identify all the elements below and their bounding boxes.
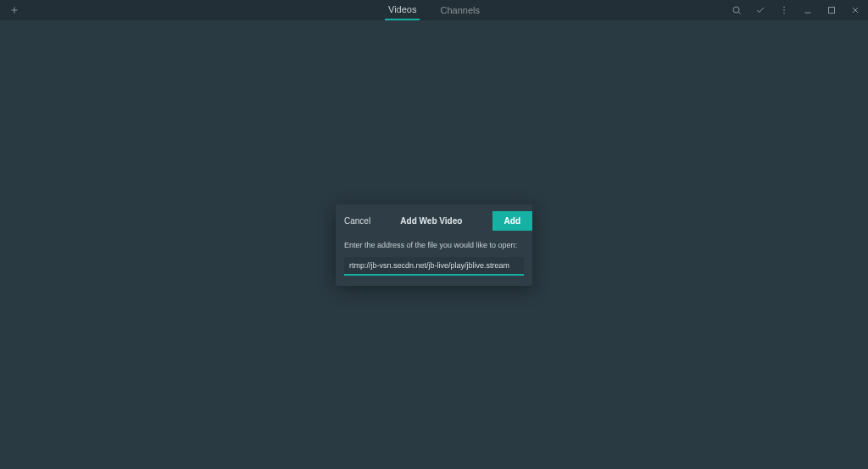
add-button[interactable]	[8, 4, 20, 16]
topbar: Videos Channels	[0, 0, 868, 20]
modal-overlay: Cancel Add Web Video Add Enter the addre…	[0, 20, 868, 469]
add-button[interactable]: Add	[492, 211, 532, 231]
modal-body: Enter the address of the file you would …	[336, 237, 532, 286]
topbar-tabs: Videos Channels	[385, 0, 483, 20]
topbar-left	[8, 4, 20, 16]
main-area: Cancel Add Web Video Add Enter the addre…	[0, 20, 868, 469]
tab-label: Videos	[388, 4, 416, 14]
topbar-right	[731, 4, 861, 16]
minimize-button[interactable]	[802, 4, 814, 16]
url-input[interactable]	[344, 257, 524, 276]
svg-line-3	[738, 12, 740, 14]
tab-videos[interactable]: Videos	[385, 0, 420, 20]
search-button[interactable]	[731, 4, 743, 16]
svg-rect-8	[829, 8, 835, 14]
svg-point-2	[733, 7, 739, 13]
close-button[interactable]	[849, 4, 861, 16]
tab-label: Channels	[440, 5, 479, 15]
svg-point-5	[783, 9, 785, 11]
more-button[interactable]	[778, 4, 790, 16]
modal-title: Add Web Video	[400, 216, 462, 226]
modal-header: Cancel Add Web Video Add	[336, 204, 532, 237]
svg-point-6	[783, 13, 785, 14]
check-button[interactable]	[754, 4, 766, 16]
svg-point-4	[783, 7, 785, 8]
tab-channels[interactable]: Channels	[437, 0, 482, 20]
add-web-video-modal: Cancel Add Web Video Add Enter the addre…	[336, 204, 532, 286]
maximize-button[interactable]	[826, 4, 837, 16]
modal-prompt: Enter the address of the file you would …	[344, 241, 524, 249]
cancel-button[interactable]: Cancel	[344, 216, 370, 226]
